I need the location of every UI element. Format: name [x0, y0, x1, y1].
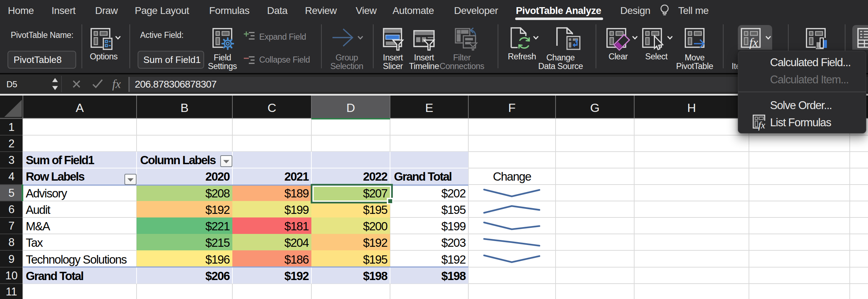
- svg-text:fx: fx: [758, 120, 765, 131]
- svg-text:fx: fx: [749, 36, 758, 49]
